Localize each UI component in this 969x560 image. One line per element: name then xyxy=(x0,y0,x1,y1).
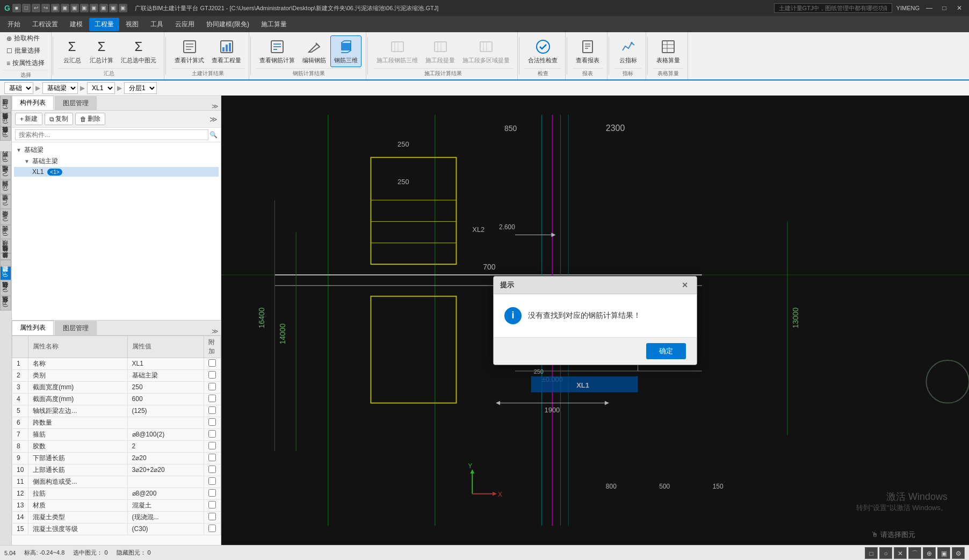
title-icon-11[interactable]: ▣ xyxy=(109,4,118,12)
view-btn-cross[interactable]: ✕ xyxy=(894,547,907,559)
ribbon-btn-table-calc[interactable]: 表格算量 xyxy=(653,36,683,67)
prop-checkbox-8[interactable] xyxy=(208,442,216,449)
prop-checkbox-10[interactable] xyxy=(208,466,216,473)
delete-component-button[interactable]: 🗑 删除 xyxy=(75,113,105,125)
prop-name-5[interactable]: 轴线距梁左边... xyxy=(28,405,127,417)
title-icon-3[interactable]: ↩ xyxy=(32,4,40,12)
prop-checkbox-15[interactable] xyxy=(208,525,216,532)
dialog-ok-button[interactable]: 确定 xyxy=(646,343,686,359)
breadcrumb-select-0[interactable]: 基础 xyxy=(4,82,33,94)
ribbon-btn-cloud-index[interactable]: 云指标 xyxy=(614,36,641,67)
view-btn-plus[interactable]: ⊕ xyxy=(923,547,936,559)
tab-layer-management-bottom[interactable]: 图层管理 xyxy=(55,321,97,335)
breadcrumb-select-2[interactable]: XL1 xyxy=(87,82,115,94)
side-nav-item-composite-tension[interactable]: 叠合板受力筋(S) xyxy=(0,113,11,127)
ribbon-btn-pick[interactable]: ⊕ 拾取构件 xyxy=(3,33,48,44)
title-icon-6[interactable]: ▣ xyxy=(61,4,69,12)
view-btn-rect[interactable]: □ xyxy=(865,547,878,559)
ribbon-btn-calc-summary[interactable]: Σ 汇总计算 xyxy=(86,36,117,67)
dialog-close-button[interactable]: ✕ xyxy=(679,280,690,290)
new-component-button[interactable]: + 新建 xyxy=(15,113,42,125)
side-nav-item-dado[interactable]: 墙裙(U) xyxy=(0,194,11,209)
tab-component-list[interactable]: 构件列表 xyxy=(12,96,54,110)
menu-tools[interactable]: 工具 xyxy=(145,18,169,31)
close-button[interactable]: ✕ xyxy=(954,3,965,13)
breadcrumb-select-3[interactable]: 分层1 xyxy=(124,82,157,94)
copy-component-button[interactable]: ⧉ 复制 xyxy=(45,113,73,125)
ribbon-btn-prop-select[interactable]: ≡ 按属性选择 xyxy=(3,57,48,69)
side-nav-item-floor[interactable]: 楼地面(V) xyxy=(0,165,11,180)
side-nav-item-room[interactable]: 房间(F) xyxy=(0,151,11,165)
prop-checkbox-3[interactable] xyxy=(208,383,216,390)
prop-checkbox-11[interactable] xyxy=(208,477,216,485)
ribbon-btn-stage-multi-quantity[interactable]: 施工段多区域提量 xyxy=(459,36,513,67)
prop-checkbox-1[interactable] xyxy=(208,359,216,367)
prop-checkbox-6[interactable] xyxy=(208,418,216,426)
minimize-button[interactable]: — xyxy=(924,3,935,13)
prop-name-7[interactable]: 箍筋 xyxy=(28,428,127,440)
menu-start[interactable]: 开始 xyxy=(2,18,26,31)
ribbon-btn-view-rebar-calc[interactable]: 查看钢筋计算 xyxy=(256,36,298,67)
view-btn-arc[interactable]: ⌒ xyxy=(908,547,921,559)
ribbon-btn-batch-select[interactable]: ☐ 批量选择 xyxy=(3,45,48,56)
menu-cloud[interactable]: 云应用 xyxy=(170,18,200,31)
prop-checkbox-14[interactable] xyxy=(208,513,216,520)
breadcrumb-select-1[interactable]: 基础梁 xyxy=(42,82,78,94)
panel-expand-btn[interactable]: ≫ xyxy=(212,103,219,110)
ribbon-btn-stage-rebar-3d[interactable]: 施工段钢筋三维 xyxy=(373,36,421,67)
ribbon-btn-rebar-3d[interactable]: 钢筋三维 xyxy=(330,35,361,67)
title-icon-9[interactable]: ▣ xyxy=(90,4,98,12)
title-icon-4[interactable]: ↪ xyxy=(41,4,50,12)
title-icon-12[interactable]: ▣ xyxy=(119,4,127,12)
prop-checkbox-5[interactable] xyxy=(208,406,216,414)
title-icon-1[interactable]: ■ xyxy=(12,4,21,12)
title-icon-2[interactable]: □ xyxy=(22,4,31,12)
prop-name-10[interactable]: 上部通长筋 xyxy=(28,464,127,476)
side-nav-item-wall-surface[interactable]: 墙面(W) xyxy=(0,209,11,225)
menu-project-settings[interactable]: 工程设置 xyxy=(27,18,63,31)
tree-root-foundation-beam[interactable]: ▼ 基础梁 xyxy=(14,144,219,156)
menu-modeling[interactable]: 建模 xyxy=(64,18,88,31)
menu-quantity[interactable]: 工程量 xyxy=(89,18,119,31)
prop-checkbox-13[interactable] xyxy=(208,501,216,508)
prop-checkbox-9[interactable] xyxy=(208,454,216,461)
title-search-input[interactable] xyxy=(774,3,892,13)
tab-properties-list[interactable]: 属性列表 xyxy=(12,321,54,335)
prop-name-9[interactable]: 下部通长筋 xyxy=(28,452,127,464)
ribbon-btn-cloud-summary[interactable]: Σ 云汇总 xyxy=(59,36,85,67)
side-nav-item-suspended-ceiling[interactable]: 吊顶(K) xyxy=(0,239,11,253)
component-search-input[interactable] xyxy=(15,129,208,140)
search-icon[interactable]: 🔍 xyxy=(209,131,218,139)
prop-name-11[interactable]: 侧面构造或受... xyxy=(28,476,127,488)
view-btn-settings[interactable]: ⚙ xyxy=(952,547,965,559)
title-icon-8[interactable]: ▣ xyxy=(80,4,89,12)
ribbon-btn-view-quantity[interactable]: 查看工程量 xyxy=(208,36,244,67)
ribbon-btn-selected-summary[interactable]: Σ 汇总选中图元 xyxy=(118,36,160,67)
prop-checkbox-2[interactable] xyxy=(208,371,216,379)
props-panel-expand-btn[interactable]: ≫ xyxy=(212,328,219,335)
side-nav-item-raft-main-rebar[interactable]: 筏板主筋(R) xyxy=(0,296,11,310)
prop-checkbox-4[interactable] xyxy=(208,395,216,402)
view-btn-circle[interactable]: ○ xyxy=(879,547,892,559)
side-nav-item-col-decor[interactable]: 独立柱装修 xyxy=(0,253,11,260)
prop-name-3[interactable]: 截面宽度(mm) xyxy=(28,381,127,393)
menu-collab[interactable]: 协同建模(限免) xyxy=(201,18,255,31)
ribbon-btn-legality-check[interactable]: 合法性检查 xyxy=(525,36,561,67)
side-nav-item-ceiling[interactable]: 天棚(P) xyxy=(0,225,11,239)
tab-layer-management-top[interactable]: 图层管理 xyxy=(55,96,97,110)
ribbon-btn-view-calc[interactable]: 查看计算式 xyxy=(171,36,207,67)
ribbon-btn-edit-rebar[interactable]: 编辑钢筋 xyxy=(299,36,329,67)
view-btn-grid[interactable]: ▣ xyxy=(937,547,950,559)
side-nav-item-board[interactable]: 板缝(JF) xyxy=(0,96,11,113)
prop-name-12[interactable]: 拉筋 xyxy=(28,488,127,499)
title-icon-10[interactable]: ▣ xyxy=(99,4,108,12)
prop-checkbox-7[interactable] xyxy=(208,430,216,438)
prop-name-4[interactable]: 截面高度(mm) xyxy=(28,393,127,405)
menu-view[interactable]: 视图 xyxy=(120,18,144,31)
title-icon-5[interactable]: ▣ xyxy=(51,4,60,12)
maximize-button[interactable]: □ xyxy=(939,3,950,13)
side-nav-item-foundation-beam[interactable]: 基础梁(F) xyxy=(0,266,11,280)
tree-item-main-beam[interactable]: ▼ 基础主梁 xyxy=(14,156,219,167)
side-nav-item-composite-neg[interactable]: 叠合板负筋(F) xyxy=(0,127,11,141)
tree-item-xl1[interactable]: XL1 <1> xyxy=(14,167,219,177)
